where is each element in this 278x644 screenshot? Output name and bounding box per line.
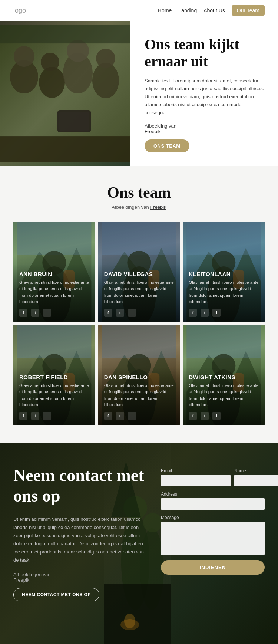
member-name: DAN SPINELLO bbox=[104, 374, 174, 380]
svg-rect-14 bbox=[0, 25, 130, 162]
contact-title: Neem contact met ons op bbox=[13, 465, 146, 506]
member-desc: Glavi amet ritnisl libero molestie ante … bbox=[104, 279, 174, 305]
nav-links: Home Landing About Us Our Team bbox=[158, 5, 265, 16]
form-group-address: Address bbox=[161, 492, 265, 510]
contact-left: Neem contact met ons op Ut enim ad minim… bbox=[13, 465, 146, 601]
contact-credit: Afbeeldingen van Freepik bbox=[13, 572, 146, 583]
twitter-icon[interactable]: t bbox=[201, 412, 209, 420]
svg-rect-47 bbox=[187, 325, 261, 358]
member-desc: Glavi amet ritnisl libero molestie ante … bbox=[19, 382, 89, 408]
svg-rect-23 bbox=[102, 222, 176, 255]
name-input[interactable] bbox=[234, 475, 278, 486]
member-name: ANN BRUIN bbox=[19, 271, 89, 277]
hero-freepik-link[interactable]: Freepik bbox=[145, 129, 160, 134]
card-overlay: ROBERT FIFIELDGlavi amet ritnisl libero … bbox=[13, 367, 95, 425]
member-social: fti bbox=[104, 309, 174, 317]
member-desc: Glavi amet ritnisl libero molestie ante … bbox=[104, 382, 174, 408]
contact-freepik-link[interactable]: Freepik bbox=[13, 577, 29, 583]
instagram-icon[interactable]: i bbox=[212, 309, 221, 317]
instagram-icon[interactable]: i bbox=[128, 309, 136, 317]
svg-rect-41 bbox=[102, 325, 176, 358]
member-desc: Glavi amet ritnisl libero molestie ante … bbox=[19, 279, 89, 305]
logo: logo bbox=[13, 7, 26, 14]
form-group-email: Email bbox=[161, 468, 231, 486]
svg-rect-29 bbox=[187, 222, 261, 255]
card-overlay: ANN BRUINGlavi amet ritnisl libero moles… bbox=[13, 264, 95, 322]
team-freepik-link[interactable]: Freepik bbox=[150, 204, 166, 210]
facebook-icon[interactable]: f bbox=[189, 309, 197, 317]
member-name: KLEITONLAAN bbox=[189, 271, 259, 277]
twitter-icon[interactable]: t bbox=[31, 309, 39, 317]
navigation: logo Home Landing About Us Our Team bbox=[0, 0, 278, 21]
facebook-icon[interactable]: f bbox=[104, 309, 112, 317]
member-desc: Glavi amet ritnisl libero molestie ante … bbox=[189, 279, 259, 305]
facebook-icon[interactable]: f bbox=[104, 412, 112, 420]
twitter-icon[interactable]: t bbox=[116, 309, 124, 317]
member-name: DWIGHT ATKINS bbox=[189, 374, 259, 380]
address-input[interactable] bbox=[161, 498, 265, 510]
member-name: DAVID VILLEGAS bbox=[104, 271, 174, 277]
hero-image bbox=[0, 21, 130, 166]
nav-ourteam[interactable]: Our Team bbox=[232, 5, 265, 16]
team-card: DWIGHT ATKINSGlavi amet ritnisl libero m… bbox=[183, 325, 265, 425]
nav-home[interactable]: Home bbox=[158, 7, 172, 13]
facebook-icon[interactable]: f bbox=[19, 412, 27, 420]
member-social: fti bbox=[189, 309, 259, 317]
instagram-icon[interactable]: i bbox=[43, 412, 51, 420]
team-section: Ons team Afbeeldingen van Freepik ANN BR… bbox=[0, 166, 278, 443]
instagram-icon[interactable]: i bbox=[43, 309, 51, 317]
nav-landing[interactable]: Landing bbox=[178, 7, 197, 13]
email-input[interactable] bbox=[161, 475, 231, 486]
contact-text: Ut enim ad minim veniam, quis nostrud ex… bbox=[13, 515, 146, 565]
team-card: ROBERT FIFIELDGlavi amet ritnisl libero … bbox=[13, 325, 95, 425]
team-credit: Afbeeldingen van Freepik bbox=[13, 204, 265, 210]
form-group-name: Name bbox=[234, 468, 278, 486]
team-title: Ons team bbox=[13, 184, 265, 201]
form-row-email-name: Email Name bbox=[161, 468, 265, 486]
team-card: KLEITONLAANGlavi amet ritnisl libero mol… bbox=[183, 222, 265, 322]
contact-button[interactable]: NEEM CONTACT MET ONS OP bbox=[13, 588, 99, 601]
form-group-message: Message bbox=[161, 515, 265, 555]
svg-point-58 bbox=[124, 614, 135, 628]
card-overlay: DAN SPINELLOGlavi amet ritnisl libero mo… bbox=[98, 367, 180, 425]
nav-about[interactable]: About Us bbox=[203, 7, 225, 13]
instagram-icon[interactable]: i bbox=[128, 412, 136, 420]
facebook-icon[interactable]: f bbox=[19, 309, 27, 317]
twitter-icon[interactable]: t bbox=[201, 309, 209, 317]
hero-credit: Afbeelding van Freepik bbox=[145, 123, 265, 134]
twitter-icon[interactable]: t bbox=[31, 412, 39, 420]
hero-content: Ons team kijkt ernaar uit Sample text. L… bbox=[130, 21, 278, 166]
hero-title: Ons team kijkt ernaar uit bbox=[145, 36, 265, 70]
svg-rect-35 bbox=[17, 325, 91, 358]
member-social: fti bbox=[19, 309, 89, 317]
svg-rect-17 bbox=[17, 222, 91, 255]
member-social: fti bbox=[189, 412, 259, 420]
hero-button[interactable]: ONS TEAM bbox=[145, 139, 189, 152]
instagram-icon[interactable]: i bbox=[212, 412, 221, 420]
team-grid: ANN BRUINGlavi amet ritnisl libero moles… bbox=[13, 222, 265, 425]
facebook-icon[interactable]: f bbox=[189, 412, 197, 420]
member-name: ROBERT FIFIELD bbox=[19, 374, 89, 380]
message-textarea[interactable] bbox=[161, 522, 265, 555]
name-label: Name bbox=[234, 468, 278, 473]
hero-description: Sample text. Lorem ipsum dolor sit amet,… bbox=[145, 77, 265, 116]
message-label: Message bbox=[161, 515, 265, 520]
card-overlay: DWIGHT ATKINSGlavi amet ritnisl libero m… bbox=[183, 367, 265, 425]
team-card: DAN SPINELLOGlavi amet ritnisl libero mo… bbox=[98, 325, 180, 425]
submit-button[interactable]: INDIENEN bbox=[161, 560, 265, 575]
contact-section: Neem contact met ons op Ut enim ad minim… bbox=[0, 443, 278, 644]
member-social: fti bbox=[104, 412, 174, 420]
team-card: DAVID VILLEGASGlavi amet ritnisl libero … bbox=[98, 222, 180, 322]
team-card: ANN BRUINGlavi amet ritnisl libero moles… bbox=[13, 222, 95, 322]
card-overlay: DAVID VILLEGASGlavi amet ritnisl libero … bbox=[98, 264, 180, 322]
contact-form: Email Name Address Message INDIENEN bbox=[161, 465, 265, 575]
twitter-icon[interactable]: t bbox=[116, 412, 124, 420]
card-overlay: KLEITONLAANGlavi amet ritnisl libero mol… bbox=[183, 264, 265, 322]
email-label: Email bbox=[161, 468, 231, 473]
address-label: Address bbox=[161, 492, 265, 497]
member-social: fti bbox=[19, 412, 89, 420]
member-desc: Glavi amet ritnisl libero molestie ante … bbox=[189, 382, 259, 408]
hero-section: Ons team kijkt ernaar uit Sample text. L… bbox=[0, 21, 278, 166]
